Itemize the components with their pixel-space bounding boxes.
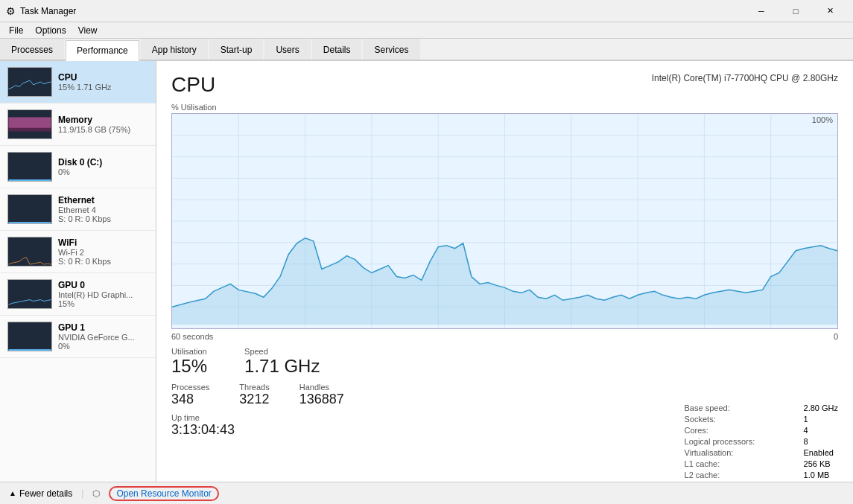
- gpu1-name: GPU 1: [58, 322, 148, 333]
- info-table: Base speed: 2.80 GHz Sockets: 1 Cores: 4…: [685, 403, 838, 482]
- cpu-info: CPU 15% 1.71 GHz: [58, 72, 148, 92]
- ethernet-sub1: Ethernet 4: [58, 205, 148, 214]
- fewer-details-label: Fewer details: [19, 488, 72, 499]
- tab-bar: Processes Performance App history Start-…: [0, 39, 853, 61]
- gpu0-name: GPU 0: [58, 280, 148, 290]
- gpu0-thumbnail: [7, 279, 52, 309]
- handles-stat: Handles 136887: [299, 383, 344, 407]
- detail-title: CPU: [171, 73, 215, 97]
- processes-label: Processes: [171, 383, 209, 392]
- gpu1-sub1: NVIDIA GeForce G...: [58, 333, 148, 342]
- menu-options[interactable]: Options: [29, 24, 72, 37]
- info-l1cache: L1 cache: 256 KB: [685, 459, 838, 468]
- memory-info: Memory 11.9/15.8 GB (75%): [58, 115, 148, 134]
- info-virtualisation: Virtualisation: Enabled: [685, 448, 838, 457]
- sidebar-item-ethernet[interactable]: Ethernet Ethernet 4 S: 0 R: 0 Kbps: [0, 188, 156, 231]
- chevron-down-icon: ▲: [9, 489, 16, 497]
- tab-users[interactable]: Users: [264, 39, 310, 60]
- utilisation-stat: Utilisation 15%: [171, 347, 207, 377]
- separator: |: [81, 488, 83, 499]
- wifi-sub2: S: 0 R: 0 Kbps: [58, 257, 148, 266]
- sidebar-item-memory[interactable]: Memory 11.9/15.8 GB (75%): [0, 103, 156, 146]
- svg-rect-3: [9, 222, 51, 223]
- tab-services[interactable]: Services: [363, 39, 419, 60]
- gpu0-info: GPU 0 Intel(R) HD Graphi... 15%: [58, 280, 148, 308]
- cpu-name: CPU: [58, 72, 148, 83]
- cpu-chart: 100%: [171, 113, 838, 329]
- sidebar-item-gpu0[interactable]: GPU 0 Intel(R) HD Graphi... 15%: [0, 273, 156, 316]
- wifi-name: WiFi: [58, 237, 148, 248]
- info-l2cache: L2 cache: 1.0 MB: [685, 470, 838, 479]
- tab-startup[interactable]: Start-up: [209, 39, 264, 60]
- app-icon: ⚙: [6, 5, 16, 17]
- app-title: Task Manager: [20, 6, 76, 16]
- close-button[interactable]: ✕: [813, 0, 847, 22]
- disk-sub: 0%: [58, 168, 148, 176]
- tab-performance[interactable]: Performance: [66, 40, 139, 61]
- wifi-info: WiFi Wi-Fi 2 S: 0 R: 0 Kbps: [58, 237, 148, 266]
- gpu1-sub2: 0%: [58, 342, 148, 351]
- wifi-sub1: Wi-Fi 2: [58, 248, 148, 257]
- threads-stat: Threads 3212: [239, 383, 269, 407]
- minimize-button[interactable]: ─: [744, 0, 779, 22]
- svg-rect-1: [9, 118, 51, 128]
- memory-name: Memory: [58, 115, 148, 125]
- gpu0-sub1: Intel(R) HD Graphi...: [58, 290, 148, 299]
- maximize-button[interactable]: □: [779, 0, 813, 22]
- info-sockets: Sockets: 1: [685, 415, 838, 424]
- info-cores: Cores: 4: [685, 426, 838, 435]
- tab-app-history[interactable]: App history: [141, 39, 208, 60]
- title-bar-controls: ─ □ ✕: [744, 0, 847, 22]
- threads-value: 3212: [239, 392, 269, 407]
- gpu1-info: GPU 1 NVIDIA GeForce G... 0%: [58, 322, 148, 351]
- wifi-thumbnail: [7, 237, 52, 267]
- memory-sub: 11.9/15.8 GB (75%): [58, 125, 148, 134]
- disk-name: Disk 0 (C:): [58, 157, 148, 168]
- memory-thumbnail: [7, 109, 52, 139]
- disk-info: Disk 0 (C:) 0%: [58, 157, 148, 176]
- sidebar-item-cpu[interactable]: CPU 15% 1.71 GHz: [0, 61, 156, 103]
- utilisation-value: 15%: [171, 356, 207, 377]
- title-bar: ⚙ Task Manager ─ □ ✕: [0, 0, 853, 22]
- ethernet-sub2: S: 0 R: 0 Kbps: [58, 214, 148, 223]
- svg-rect-2: [9, 179, 51, 181]
- cpu-sub: 15% 1.71 GHz: [58, 83, 148, 92]
- processes-stat: Processes 348: [171, 383, 209, 407]
- title-bar-left: ⚙ Task Manager: [6, 5, 76, 17]
- detail-header: CPU Intel(R) Core(TM) i7-7700HQ CPU @ 2.…: [171, 73, 838, 97]
- detail-panel: CPU Intel(R) Core(TM) i7-7700HQ CPU @ 2.…: [156, 61, 853, 482]
- detail-subtitle: Intel(R) Core(TM) i7-7700HQ CPU @ 2.80GH…: [652, 73, 838, 83]
- info-logical-processors: Logical processors: 8: [685, 437, 838, 446]
- menu-view[interactable]: View: [72, 24, 104, 37]
- main-content: CPU 15% 1.71 GHz Memory 11.9/15.8 GB (75…: [0, 61, 853, 482]
- tab-details[interactable]: Details: [312, 39, 362, 60]
- chart-time-labels: 60 seconds 0: [171, 332, 838, 341]
- chart-time-left: 60 seconds: [171, 332, 213, 341]
- menu-file[interactable]: File: [3, 24, 29, 37]
- speed-value: 1.71 GHz: [244, 356, 320, 377]
- sidebar: CPU 15% 1.71 GHz Memory 11.9/15.8 GB (75…: [0, 61, 156, 482]
- ethernet-name: Ethernet: [58, 195, 148, 205]
- ethernet-info: Ethernet Ethernet 4 S: 0 R: 0 Kbps: [58, 195, 148, 223]
- sidebar-item-disk[interactable]: Disk 0 (C:) 0%: [0, 146, 156, 188]
- open-resource-monitor-link[interactable]: Open Resource Monitor: [109, 486, 218, 501]
- gpu1-thumbnail: [7, 322, 52, 351]
- gpu0-sub2: 15%: [58, 299, 148, 308]
- handles-value: 136887: [299, 392, 344, 407]
- bottom-bar: ▲ Fewer details | ⬡ Open Resource Monito…: [0, 482, 853, 504]
- svg-rect-4: [9, 349, 51, 351]
- info-basespeed: Base speed: 2.80 GHz: [685, 403, 838, 412]
- ethernet-thumbnail: [7, 194, 52, 224]
- tab-processes[interactable]: Processes: [0, 39, 64, 60]
- sidebar-item-gpu1[interactable]: GPU 1 NVIDIA GeForce G... 0%: [0, 316, 156, 358]
- handles-label: Handles: [299, 383, 344, 392]
- chart-time-right: 0: [834, 332, 838, 341]
- cpu-chart-svg: [172, 114, 837, 328]
- cpu-thumbnail: [7, 67, 52, 97]
- sidebar-item-wifi[interactable]: WiFi Wi-Fi 2 S: 0 R: 0 Kbps: [0, 231, 156, 273]
- menu-bar: File Options View: [0, 22, 853, 39]
- speed-label: Speed: [244, 347, 320, 356]
- speed-stat: Speed 1.71 GHz: [244, 347, 320, 377]
- threads-label: Threads: [239, 383, 269, 392]
- fewer-details-button[interactable]: ▲ Fewer details: [9, 488, 72, 499]
